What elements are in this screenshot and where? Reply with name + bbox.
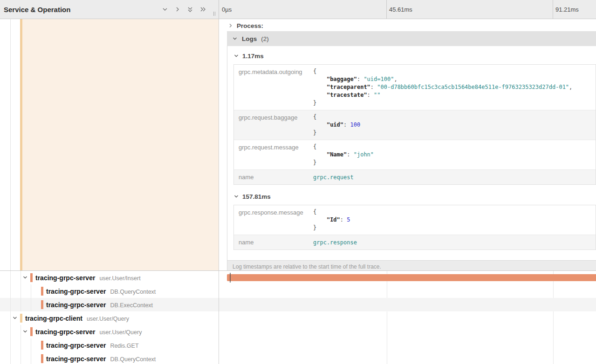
span-labels: tracing-grpc-serveruser.User/Query: [35, 328, 142, 336]
span-rows: tracing-grpc-serveruser.User/Inserttraci…: [0, 271, 596, 364]
field-key: grpc.response.message: [234, 205, 313, 235]
expand-one-icon[interactable]: [174, 6, 181, 13]
log-fields-table: grpc.response.message{ "Id": 5 }namegrpc…: [233, 205, 596, 250]
span-row: tracing-grpc-serveruser.User/Insert: [0, 271, 596, 284]
service-operation-header: Service & Operation: [0, 0, 219, 19]
span-service-name: tracing-grpc-server: [46, 355, 106, 363]
field-value: { "baggage": "uid=100", "traceparent": "…: [313, 65, 596, 110]
collapse-all-icon[interactable]: [186, 6, 194, 13]
span-name-cell[interactable]: tracing-grpc-serverRedis.GET: [0, 338, 219, 352]
timeline-ruler: 0µs45.61ms91.21ms: [219, 0, 596, 19]
span-service-name: tracing-grpc-server: [46, 342, 106, 349]
indent-guide: [10, 352, 11, 364]
span-children-toggle[interactable]: [22, 275, 28, 280]
indent-guide: [21, 338, 21, 352]
collapse-one-icon[interactable]: [161, 6, 169, 13]
indent-guide: [31, 352, 31, 364]
field-value: grpc.response: [313, 235, 596, 249]
chevron-down-icon: [233, 53, 239, 59]
span-name-cell[interactable]: tracing-grpc-serveruser.User/Insert: [0, 271, 219, 284]
expand-all-icon[interactable]: [199, 6, 206, 13]
span-row: tracing-grpc-serverDB.ExecContext: [0, 298, 596, 311]
span-labels: tracing-grpc-serverRedis.GET: [46, 341, 139, 350]
indent-guide: [10, 311, 11, 325]
log-field-row: grpc.metadata.outgoing{ "baggage": "uid=…: [234, 65, 596, 110]
indent-guide: [21, 284, 21, 298]
span-timeline-cell[interactable]: [219, 338, 596, 352]
ruler-tick-label: 91.21ms: [553, 0, 579, 19]
span-service-name: tracing-grpc-client: [25, 315, 82, 322]
ruler-tick-label: 0µs: [219, 0, 232, 19]
span-color-bar: [41, 300, 43, 309]
ruler-tick-label: 45.61ms: [386, 0, 412, 19]
span-operation-name: user.User/Query: [99, 329, 142, 336]
indent-guide: [21, 298, 21, 311]
field-key: name: [234, 235, 313, 249]
process-accordion[interactable]: Process:: [228, 20, 263, 31]
span-name-cell[interactable]: tracing-grpc-serverDB.QueryContext: [0, 352, 219, 364]
span-name-cell[interactable]: tracing-grpc-serveruser.User/Query: [0, 325, 219, 338]
field-value: grpc.request: [313, 170, 596, 184]
indent-guide: [21, 325, 21, 338]
log-timestamp-accordion[interactable]: 157.81ms: [233, 190, 596, 202]
log-field-row: namegrpc.request: [234, 169, 596, 184]
timeline-body: Process: Logs (2) 1.17msgrpc.metadata.ou…: [0, 19, 596, 364]
span-timeline-cell[interactable]: [219, 298, 596, 311]
span-timeline-cell[interactable]: [219, 352, 596, 364]
logs-accordion[interactable]: Logs (2): [227, 31, 596, 46]
span-name-cell[interactable]: tracing-grpc-clientuser.User/Query: [0, 311, 219, 325]
span-operation-name: DB.ExecContext: [110, 302, 153, 309]
logs-container: 1.17msgrpc.metadata.outgoing{ "baggage":…: [227, 46, 596, 270]
span-color-bar: [41, 287, 43, 296]
span-timeline-cell[interactable]: [219, 271, 596, 284]
span-row: tracing-grpc-serveruser.User/Query: [0, 325, 596, 338]
log-timestamp-accordion[interactable]: 1.17ms: [233, 50, 596, 62]
span-service-name: tracing-grpc-server: [46, 301, 106, 309]
indent-guide: [31, 338, 31, 352]
log-groups: 1.17msgrpc.metadata.outgoing{ "baggage":…: [227, 46, 596, 260]
span-name-cell[interactable]: tracing-grpc-serverDB.QueryContext: [0, 284, 219, 298]
chevron-right-icon: [228, 23, 233, 28]
span-service-name: tracing-grpc-server: [35, 328, 95, 336]
log-timestamp: 157.81ms: [242, 193, 271, 200]
span-duration-bar[interactable]: [227, 274, 596, 281]
log-fields-table: grpc.metadata.outgoing{ "baggage": "uid=…: [233, 64, 596, 185]
indent-guide: [10, 19, 11, 270]
span-detail-row: Process: Logs (2) 1.17msgrpc.metadata.ou…: [0, 19, 596, 271]
log-field-row: grpc.response.message{ "Id": 5 }: [234, 205, 596, 235]
span-timeline-cell[interactable]: [219, 311, 596, 325]
logs-footer-note: Log timestamps are relative to the start…: [227, 260, 596, 270]
indent-guide: [21, 352, 21, 364]
span-children-toggle[interactable]: [22, 329, 28, 334]
span-operation-name: Redis.GET: [110, 343, 138, 349]
indent-guide: [10, 298, 11, 311]
tree-controls: [161, 0, 206, 19]
span-name-cell[interactable]: tracing-grpc-serverDB.ExecContext: [0, 298, 219, 311]
logs-count: (2): [261, 35, 269, 42]
field-value: { "Name": "john" }: [313, 140, 596, 169]
indent-guide: [10, 338, 11, 352]
log-entry-group: 1.17msgrpc.metadata.outgoing{ "baggage":…: [233, 50, 596, 185]
span-operation-name: DB.QueryContext: [110, 289, 156, 295]
span-labels: tracing-grpc-serverDB.ExecContext: [46, 301, 153, 309]
column-resizer-grip[interactable]: [213, 12, 215, 16]
span-operation-name: user.User/Insert: [99, 275, 140, 282]
span-service-name: tracing-grpc-server: [46, 288, 106, 295]
log-entry-group: 157.81msgrpc.response.message{ "Id": 5 }…: [233, 190, 596, 250]
indent-guide: [21, 271, 21, 284]
service-operation-title: Service & Operation: [4, 6, 70, 13]
indent-guide: [10, 271, 11, 284]
span-timeline-cell[interactable]: [219, 325, 596, 338]
chevron-down-icon: [233, 194, 239, 199]
span-color-bar: [41, 341, 43, 350]
span-bar-tick: [230, 273, 231, 283]
span-timeline-cell[interactable]: [219, 284, 596, 298]
log-timestamp: 1.17ms: [242, 53, 264, 60]
field-key: grpc.request.message: [234, 140, 313, 169]
span-labels: tracing-grpc-clientuser.User/Query: [25, 314, 129, 323]
field-key: grpc.metadata.outgoing: [234, 65, 313, 110]
logs-label: Logs: [242, 35, 257, 42]
field-key: grpc.request.baggage: [234, 110, 313, 140]
span-children-toggle[interactable]: [12, 315, 18, 321]
chevron-down-icon: [232, 36, 238, 41]
